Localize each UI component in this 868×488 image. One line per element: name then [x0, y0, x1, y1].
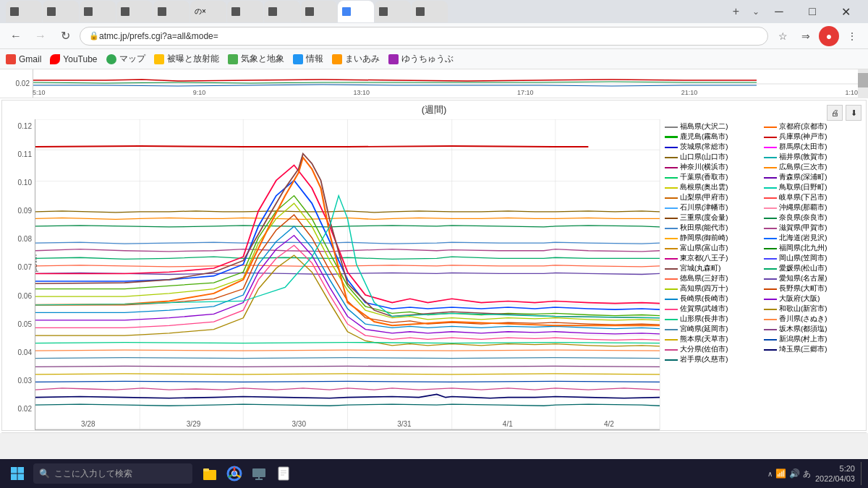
browser-tab[interactable] — [227, 1, 263, 22]
legend-label: 岩手県(久慈市) — [680, 355, 728, 364]
monthly-chart-section: (月間) 🖨 ⬇ — [1, 432, 867, 433]
print-button[interactable]: 🖨 — [827, 105, 843, 121]
legend-item: 富山県(富山市) — [665, 244, 762, 253]
legend-label: 島根県(奥出雲) — [680, 183, 728, 192]
y-label: 0.11 — [18, 150, 32, 158]
browser-tab[interactable] — [412, 1, 448, 22]
legend-label: 神奈川(横浜市) — [680, 163, 728, 172]
taskbar-app-rdp[interactable] — [247, 462, 271, 485]
bookmark-gmail[interactable]: Gmail — [6, 54, 41, 64]
close-button[interactable]: ✕ — [829, 0, 862, 23]
refresh-button[interactable]: ↻ — [55, 26, 75, 46]
browser-tab[interactable] — [301, 1, 337, 22]
folder3-icon — [293, 54, 303, 64]
taskbar-app-notepad[interactable] — [272, 462, 295, 485]
legend-label: 北海道(岩見沢) — [779, 234, 827, 243]
back-button[interactable]: ← — [6, 26, 26, 46]
browser-tab[interactable] — [6, 1, 42, 22]
new-tab-button[interactable]: + — [727, 2, 745, 21]
legend-item: 鹿児島(霧島市) — [665, 132, 762, 142]
legend-label: 福岡県(北九州) — [779, 244, 827, 253]
show-desktop-button[interactable] — [861, 462, 864, 485]
svg-rect-19 — [11, 467, 17, 474]
browser-tab-active-x[interactable]: の× — [190, 1, 226, 22]
legend-item: 群馬県(太田市) — [764, 142, 861, 152]
start-button[interactable] — [4, 461, 30, 487]
tray-network-icon[interactable]: 📶 — [775, 468, 786, 479]
legend-item: 徳島県(三好市) — [665, 274, 762, 283]
bookmark-folder2-label: 気象と地象 — [241, 53, 284, 65]
browser-tab[interactable] — [116, 1, 153, 22]
minimize-button[interactable]: ─ — [762, 0, 796, 23]
legend-item: 茨城県(常総市) — [665, 142, 762, 152]
bookmark-folder1[interactable]: 被曝と放射能 — [154, 53, 219, 65]
legend-label: 山口県(山口市) — [680, 153, 728, 162]
browser-nav-icons: ☆ ⇒ ● ⋮ — [773, 26, 862, 46]
legend-item: 滋賀県(甲賀市) — [764, 223, 861, 233]
legend-item: 福島県(大沢二) — [665, 122, 762, 132]
menu-icon[interactable]: ⋮ — [842, 26, 862, 46]
legend-label: 山形県(長井市) — [680, 314, 728, 324]
legend-label: 長崎県(長崎市) — [680, 294, 728, 304]
legend-item: 北海道(岩見沢) — [764, 234, 861, 243]
legend-label: 高知県(四万十) — [680, 284, 728, 294]
bookmark-folder3[interactable]: 情報 — [293, 53, 323, 65]
navigation-bar: ← → ↻ 🔒 atmc.jp/prefs.cgi?a=all&mode= ☆ … — [0, 23, 868, 49]
legend-item: 佐賀県(武雄市) — [665, 304, 762, 314]
bookmark-star-icon[interactable]: ☆ — [773, 26, 793, 46]
send-icon[interactable]: ⇒ — [796, 26, 816, 46]
taskbar-app-chrome[interactable] — [223, 462, 246, 485]
bookmark-youtube[interactable]: YouTube — [50, 54, 97, 64]
tray-lang-icon[interactable]: あ — [803, 468, 811, 479]
folder1-icon — [154, 54, 164, 64]
y-label: 0.09 — [18, 207, 32, 215]
legend-item: 京都府(京都市) — [764, 122, 861, 132]
legend-item: 宮城(丸森町) — [665, 264, 762, 273]
browser-tab[interactable] — [43, 1, 79, 22]
legend-label: 熊本県(天草市) — [680, 335, 728, 344]
legend-grid: 福島県(大沢二) 京都府(京都市) 鹿児島(霧島市) 兵庫県(神戸市) 茨城県(… — [665, 122, 861, 364]
svg-rect-20 — [18, 467, 25, 474]
youtube-icon — [50, 54, 60, 64]
taskbar-search[interactable]: 🔍 ここに入力して検索 — [33, 463, 192, 484]
bookmark-folder3-label: 情報 — [306, 53, 323, 65]
legend-label: 石川県(津幡市) — [680, 203, 728, 213]
tab-dropdown-icon[interactable]: ⌄ — [752, 7, 760, 17]
tray-speaker-icon[interactable]: 🔊 — [789, 468, 800, 479]
title-bar: の× + ⌄ ─ □ ✕ — [0, 0, 868, 23]
bookmark-folder2[interactable]: 気象と地象 — [228, 53, 284, 65]
legend-label: 埼玉県(三郷市) — [779, 345, 827, 354]
weekly-chart-svg: μSv/h — [35, 119, 660, 429]
legend-item: 香川県(さぬき) — [764, 314, 861, 324]
browser-tab[interactable] — [80, 1, 116, 22]
legend-label: 福島県(大沢二) — [680, 122, 728, 132]
forward-button[interactable]: → — [30, 26, 51, 46]
bookmark-maps[interactable]: マップ — [106, 53, 145, 65]
legend-label: 京都府(京都市) — [779, 122, 827, 132]
profile-icon[interactable]: ● — [819, 26, 839, 46]
clock-display[interactable]: 5:20 2022/04/03 — [815, 463, 855, 484]
tray-chevron-icon[interactable]: ∧ — [767, 470, 773, 478]
maximize-button[interactable]: □ — [796, 0, 829, 23]
bookmark-folder5[interactable]: ゆうちゅうぶ — [388, 53, 454, 65]
legend-label: 福井県(敦賀市) — [779, 153, 827, 162]
download-button[interactable]: ⬇ — [846, 105, 861, 121]
legend-label: 香川県(さぬき) — [779, 314, 827, 324]
address-bar[interactable]: 🔒 atmc.jp/prefs.cgi?a=all&mode= — [80, 27, 768, 46]
taskbar-app-explorer[interactable] — [198, 462, 221, 485]
browser-tab[interactable] — [264, 1, 300, 22]
page-content: 0.02 5:10 9:10 13:10 17:10 21:10 1:10 (週… — [0, 69, 868, 433]
chart-plot-area: μSv/h 3/28 3/29 3/30 3/31 4/1 4/2 — [35, 119, 660, 430]
svg-point-27 — [232, 471, 237, 476]
bookmark-folder4[interactable]: まいあみ — [332, 53, 380, 65]
browser-tab-current[interactable] — [338, 1, 374, 22]
scrollbar-right[interactable] — [858, 69, 868, 98]
weekly-chart-title: (週間) — [422, 104, 447, 115]
window-controls: ─ □ ✕ — [762, 0, 862, 23]
y-label: 0.04 — [18, 348, 32, 356]
taskbar: 🔍 ここに入力して検索 — [0, 459, 868, 488]
chart-legend: 福島県(大沢二) 京都府(京都市) 鹿児島(霧島市) 兵庫県(神戸市) 茨城県(… — [660, 119, 866, 430]
browser-tab[interactable] — [375, 1, 411, 22]
scroll-thumb[interactable] — [858, 73, 868, 87]
browser-tab[interactable] — [153, 1, 190, 22]
